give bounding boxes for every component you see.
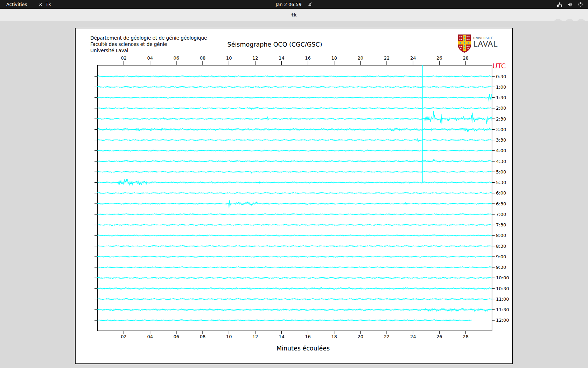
svg-text:22: 22	[384, 334, 390, 339]
tk-window-content: Département de géologie et de génie géol…	[0, 21, 588, 368]
svg-text:08: 08	[200, 55, 206, 61]
power-icon	[578, 2, 583, 7]
svg-text:22: 22	[384, 55, 390, 61]
svg-text:10: 10	[226, 334, 232, 339]
utc-time-label: 1:00	[496, 84, 506, 90]
utc-time-label: 8:00	[496, 233, 506, 238]
utc-time-label: 9:30	[496, 265, 506, 270]
window-title: tk	[0, 9, 588, 21]
trace-row-7:00	[97, 214, 491, 215]
seismograph-canvas: Département de géologie et de génie géol…	[75, 28, 513, 364]
trace-row-5:00	[97, 171, 491, 173]
svg-text:24: 24	[410, 334, 416, 339]
utc-time-label: 0:30	[496, 74, 506, 79]
trace-row-12:00	[97, 320, 472, 321]
utc-time-label: 6:30	[496, 201, 506, 206]
svg-text:18: 18	[331, 55, 337, 61]
trace-row-11:30	[97, 308, 491, 312]
trace-row-7:30	[97, 224, 491, 226]
trace-row-8:00	[97, 235, 491, 236]
svg-text:26: 26	[436, 334, 442, 339]
utc-time-label: 9:00	[496, 254, 506, 259]
system-menu[interactable]	[557, 0, 588, 9]
utc-time-label: 7:30	[496, 222, 506, 227]
utc-time-label: 12:00	[496, 318, 509, 323]
trace-row-9:00	[97, 256, 491, 258]
svg-text:10: 10	[226, 55, 232, 61]
utc-time-label: 3:00	[496, 127, 506, 132]
svg-text:16: 16	[305, 334, 311, 339]
utc-time-label: 4:30	[496, 159, 506, 164]
svg-text:28: 28	[463, 55, 469, 61]
clock-label: Jan 2 06:59	[275, 2, 301, 7]
svg-text:20: 20	[358, 55, 364, 61]
notifications-disabled-icon	[307, 2, 313, 7]
trace-row-11:00	[97, 298, 491, 300]
trace-row-3:00	[97, 128, 491, 132]
utc-time-label: 10:00	[496, 275, 509, 280]
svg-text:16: 16	[305, 55, 311, 61]
utc-time-labels: 0:301:001:302:002:303:003:304:004:305:00…	[496, 74, 509, 323]
utc-time-label: 11:30	[496, 307, 509, 312]
svg-text:14: 14	[279, 55, 285, 61]
trace-row-4:30	[97, 160, 491, 162]
svg-text:12: 12	[252, 334, 258, 339]
svg-text:18: 18	[331, 334, 337, 339]
utc-time-label: 7:00	[496, 212, 506, 217]
trace-row-6:30	[97, 200, 491, 209]
svg-text:20: 20	[358, 334, 364, 339]
utc-time-label: 5:00	[496, 169, 506, 175]
trace-row-10:00	[97, 277, 491, 279]
y-axis-ticks	[94, 76, 495, 320]
seismic-traces	[97, 76, 491, 321]
svg-text:06: 06	[174, 55, 180, 61]
utc-time-label: 3:30	[496, 137, 506, 143]
svg-text:04: 04	[147, 334, 153, 339]
utc-time-label: 4:00	[496, 148, 506, 153]
window-title-bar[interactable]: tk	[0, 9, 588, 21]
x-axis-ticks	[124, 61, 466, 334]
utc-time-label: 2:00	[496, 105, 506, 111]
network-wired-icon	[557, 2, 562, 7]
trace-row-8:30	[97, 245, 491, 247]
trace-row-1:30	[97, 94, 491, 102]
svg-text:12: 12	[252, 55, 258, 61]
trace-row-5:30	[97, 179, 491, 185]
utc-time-label: 8:30	[496, 244, 506, 249]
svg-text:04: 04	[147, 55, 153, 61]
trace-row-4:00	[97, 150, 491, 151]
trace-row-0:30	[97, 76, 491, 77]
clock-menu[interactable]: Jan 2 06:59	[0, 0, 588, 9]
utc-time-label: 6:00	[496, 190, 506, 196]
svg-text:28: 28	[463, 334, 469, 339]
utc-time-label: 11:00	[496, 297, 509, 302]
trace-row-2:00	[97, 107, 491, 109]
seismograph-plot: 0202040406060808101012121414161618182020…	[76, 28, 513, 364]
x-axis-title: Minutes écoulées	[223, 345, 384, 352]
plot-frame	[97, 65, 492, 331]
utc-time-label: 2:30	[496, 116, 506, 122]
trace-row-10:30	[97, 287, 491, 289]
trace-row-1:00	[97, 86, 491, 88]
svg-text:08: 08	[200, 334, 206, 339]
trace-row-6:00	[97, 192, 491, 193]
svg-text:26: 26	[436, 55, 442, 61]
trace-row-9:30	[97, 267, 491, 268]
utc-time-label: 10:30	[496, 286, 509, 291]
utc-time-label: 1:30	[496, 95, 506, 100]
svg-text:14: 14	[279, 334, 285, 339]
utc-time-label: 5:30	[496, 180, 506, 185]
gnome-top-bar: Activities Tk Jan 2 06:59	[0, 0, 588, 9]
volume-icon	[567, 2, 573, 7]
svg-text:06: 06	[174, 334, 180, 339]
svg-text:24: 24	[410, 55, 416, 61]
trace-row-3:30	[97, 138, 491, 142]
trace-row-2:30	[97, 111, 491, 124]
svg-text:02: 02	[121, 334, 127, 339]
svg-text:02: 02	[121, 55, 127, 61]
